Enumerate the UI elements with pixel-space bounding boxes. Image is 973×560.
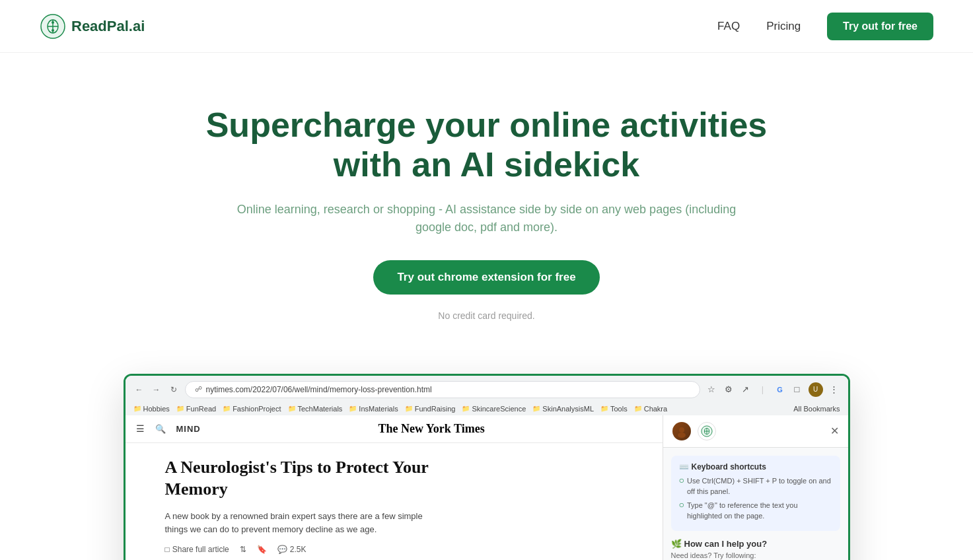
browser-toolbar: ← → ↻ ☍ nytimes.com/2022/07/06/well/mind…: [133, 381, 840, 398]
hero-subtitle: Online learning, research or shopping - …: [236, 201, 738, 236]
share-label: Share full article: [172, 545, 229, 554]
help-title: 🌿 How can I help you?: [671, 539, 840, 549]
keyboard-icon: ⌨️: [679, 462, 689, 472]
folder-icon: 📁: [349, 405, 357, 412]
user-avatar: [672, 422, 691, 440]
comment-count: 2.5K: [290, 545, 306, 554]
ai-panel-icons: [672, 422, 716, 440]
article-nav: ☰ 🔍 MIND The New York Times: [126, 415, 663, 443]
ai-panel-header: ✕: [663, 415, 848, 448]
folder-icon: 📁: [405, 405, 413, 412]
hamburger-icon[interactable]: ☰: [136, 423, 145, 434]
bookmark-insmaterials[interactable]: 📁 InsMaterials: [349, 405, 398, 413]
google-icon[interactable]: G: [774, 384, 786, 396]
bookmark-all[interactable]: All Bookmarks: [793, 405, 840, 413]
nyt-logo: The New York Times: [211, 422, 652, 436]
refresh-button[interactable]: ↻: [168, 384, 180, 396]
bookmark-skincarescience[interactable]: 📁 SkincareScience: [462, 405, 526, 413]
folder-icon: 📁: [462, 405, 470, 412]
article-panel: ☰ 🔍 MIND The New York Times A Neurologis…: [126, 415, 663, 560]
folder-icon: 📁: [288, 405, 296, 412]
article-actions: □ Share full article ⇅ 🔖 💬 2.5K: [165, 545, 306, 554]
logo-text: ReadPal.ai: [71, 18, 145, 35]
save-icon: ⇅: [240, 545, 246, 554]
address-text: nytimes.com/2022/07/06/well/mind/memory-…: [206, 385, 432, 394]
folder-icon: 📁: [133, 405, 141, 412]
save-button[interactable]: ⇅: [240, 545, 246, 554]
folder-icon: 📁: [600, 405, 608, 412]
menu-icon[interactable]: ⋮: [828, 384, 840, 396]
keyboard-shortcuts-title: ⌨️ Keyboard shortcuts: [679, 462, 832, 472]
hero-section: Supercharge your online activities with …: [0, 53, 973, 361]
shortcut-item-1: ○ Use Ctrl(CMD) + SHIFT + P to toggle on…: [679, 475, 832, 497]
folder-icon: 📁: [176, 405, 184, 412]
keyboard-shortcuts-box: ⌨️ Keyboard shortcuts ○ Use Ctrl(CMD) + …: [671, 456, 840, 531]
comments-button[interactable]: 💬 2.5K: [277, 545, 306, 554]
shortcut-item-2: ○ Type "@" to reference the text you hig…: [679, 500, 832, 522]
logo[interactable]: ReadPal.ai: [40, 13, 145, 40]
bookmark-fashionproject[interactable]: 📁 FashionProject: [223, 405, 281, 413]
comment-icon: 💬: [277, 545, 287, 554]
divider-icon: |: [757, 384, 769, 396]
hero-title: Supercharge your online activities with …: [190, 106, 784, 185]
browser-mockup: ← → ↻ ☍ nytimes.com/2022/07/06/well/mind…: [124, 374, 850, 560]
svg-point-13: [678, 433, 686, 438]
article-title: A Neurologist's Tips to Protect Your Mem…: [165, 456, 443, 501]
extensions-icon[interactable]: ⚙: [723, 384, 735, 396]
close-button[interactable]: ✕: [830, 425, 839, 437]
bookmarks-bar: 📁 Hobbies 📁 FunRead 📁 FashionProject 📁 T…: [133, 402, 840, 415]
user-avatar-icon[interactable]: U: [809, 382, 823, 397]
browser-chrome: ← → ↻ ☍ nytimes.com/2022/07/06/well/mind…: [126, 376, 848, 415]
share-icon[interactable]: ↗: [740, 384, 752, 396]
bookmark-funread[interactable]: 📁 FunRead: [176, 405, 216, 413]
browser-mockup-container: ← → ↻ ☍ nytimes.com/2022/07/06/well/mind…: [0, 374, 973, 560]
share-icon: □: [165, 545, 170, 554]
address-bar[interactable]: ☍ nytimes.com/2022/07/06/well/mind/memor…: [185, 381, 700, 398]
nav-pricing[interactable]: Pricing: [766, 20, 801, 33]
article-subtitle: A new book by a renowned brain expert sa…: [165, 510, 443, 536]
bookmark-skinanalysis[interactable]: 📁 SkinAnalysisML: [532, 405, 594, 413]
logo-icon: [40, 13, 66, 40]
back-button[interactable]: ←: [133, 384, 145, 396]
no-credit-card-text: No credit card required.: [40, 310, 933, 321]
header: ReadPal.ai FAQ Pricing Try out for free: [0, 0, 973, 53]
bookmark-button[interactable]: 🔖: [257, 545, 267, 554]
bookmark-techmaterials[interactable]: 📁 TechMaterials: [288, 405, 343, 413]
section-label: MIND: [176, 424, 201, 434]
bullet-icon: ○: [679, 475, 684, 485]
browser-content: ☰ 🔍 MIND The New York Times A Neurologis…: [126, 415, 848, 560]
article-body: A Neurologist's Tips to Protect Your Mem…: [126, 443, 663, 560]
readpal-avatar: [698, 422, 716, 440]
ai-panel: ✕ ⌨️ Keyboard shortcuts ○ Use Ctrl(CMD) …: [663, 415, 848, 560]
hero-cta-button[interactable]: Try out chrome extension for free: [373, 260, 599, 295]
svg-point-12: [679, 427, 684, 433]
leaf-icon: 🌿: [671, 539, 682, 549]
folder-icon: 📁: [532, 405, 540, 412]
share-article-button[interactable]: □ Share full article: [165, 545, 229, 554]
folder-icon: 📁: [634, 405, 642, 412]
star-icon[interactable]: ☆: [705, 384, 717, 396]
nav: FAQ Pricing Try out for free: [717, 13, 933, 40]
article-search-icon[interactable]: 🔍: [155, 424, 166, 434]
folder-icon: 📁: [223, 405, 231, 412]
bookmark-fundraising[interactable]: 📁 FundRaising: [405, 405, 456, 413]
header-cta-button[interactable]: Try out for free: [827, 13, 933, 40]
forward-button[interactable]: →: [151, 384, 162, 396]
bookmark-icon-small: 🔖: [257, 545, 267, 554]
bookmark-tools[interactable]: 📁 Tools: [600, 405, 628, 413]
bookmark-hobbies[interactable]: 📁 Hobbies: [133, 405, 170, 413]
help-subtitle: Need ideas? Try following:: [671, 551, 840, 559]
bullet-icon: ○: [679, 500, 684, 509]
browser-action-icons: ☆ ⚙ ↗ | G □ U ⋮: [705, 382, 840, 397]
profile-icon[interactable]: □: [791, 384, 803, 396]
ai-panel-body: ⌨️ Keyboard shortcuts ○ Use Ctrl(CMD) + …: [663, 448, 848, 560]
help-section: 🌿 How can I help you? Need ideas? Try fo…: [671, 539, 840, 560]
nav-faq[interactable]: FAQ: [717, 20, 740, 33]
bookmark-chakra[interactable]: 📁 Chakra: [634, 405, 667, 413]
